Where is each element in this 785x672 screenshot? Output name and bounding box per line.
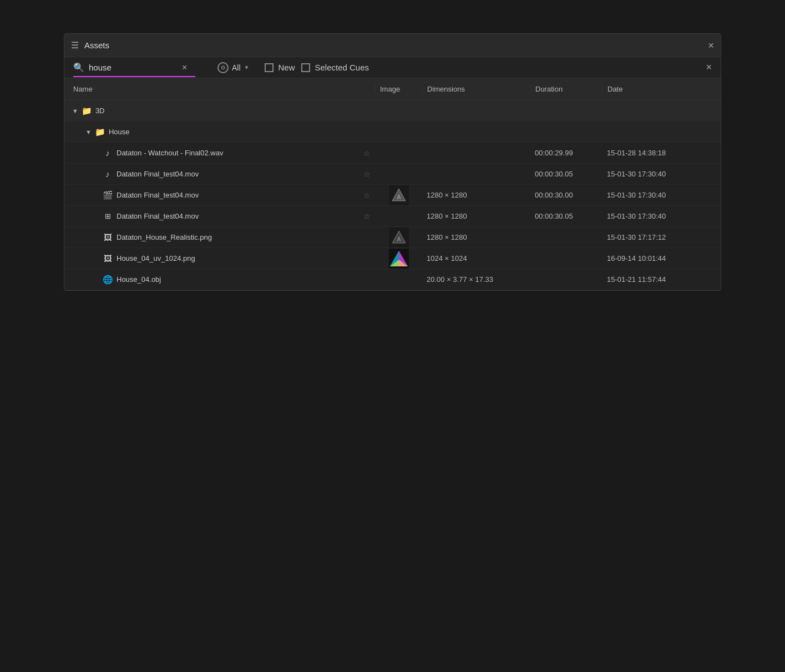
search-underline <box>73 76 195 77</box>
list-item[interactable]: ⊞ Dataton Final_test04.mov ☆ 1280 × 1280… <box>64 206 721 227</box>
new-button[interactable]: New <box>265 63 295 72</box>
star-icon[interactable]: ☆ <box>363 149 371 158</box>
file-date: 15-01-30 17:17:12 <box>602 233 721 241</box>
star-icon[interactable]: ☆ <box>363 170 371 179</box>
folder-house-icon: 📁 <box>95 127 105 137</box>
search-input[interactable] <box>89 63 178 72</box>
window-title: Assets <box>84 41 109 50</box>
file-image: A <box>375 185 422 205</box>
list-item[interactable]: 🖼 House_04_uv_1024.png 1024 × 1024 16-09… <box>64 248 721 269</box>
file-date: 16-09-14 10:01:44 <box>602 254 721 262</box>
audio-icon: ♪ <box>102 148 113 158</box>
file-row-left: 🖼 Dataton_House_Realistic.png <box>64 233 375 242</box>
file-row-left: ♪ Dataton Final_test04.mov ☆ <box>64 169 375 179</box>
filter-chevron-icon: ▼ <box>244 64 250 70</box>
folder-house-left: ▼ 📁 House <box>64 127 375 137</box>
second-close-button[interactable]: × <box>706 62 712 73</box>
filter-circle-icon: ⊙ <box>217 62 229 73</box>
title-bar-left: ☰ Assets <box>71 40 109 50</box>
selected-cues-checkbox-icon <box>301 63 310 72</box>
folder-house-name: House <box>109 128 371 136</box>
search-icon: 🔍 <box>73 62 84 73</box>
selected-cues-label: Selected Cues <box>315 63 369 72</box>
col-duration-header: Duration <box>530 85 602 93</box>
file-name: Dataton Final_test04.mov <box>117 170 358 178</box>
assets-window: ☰ Assets × 🔍 × ⊙ All ▼ New Selected Cues… <box>64 33 721 291</box>
file-dimensions: 1280 × 1280 <box>422 212 530 220</box>
folder-3d-chevron-icon: ▼ <box>72 108 78 114</box>
col-date-header: Date <box>602 85 721 93</box>
file-tree: ▼ 📁 3D ▼ 📁 House <box>64 100 721 290</box>
list-item[interactable]: ♪ Dataton Final_test04.mov ☆ 00:00:30.05… <box>64 164 721 185</box>
search-bar: 🔍 × ⊙ All ▼ New Selected Cues × <box>64 57 721 78</box>
filter-button[interactable]: ⊙ All ▼ <box>217 62 249 73</box>
title-bar: ☰ Assets × <box>64 34 721 57</box>
filter-label: All <box>232 63 241 72</box>
file-name: Dataton_House_Realistic.png <box>117 233 371 241</box>
search-box: 🔍 × <box>73 62 206 73</box>
globe-icon: 🌐 <box>102 275 113 285</box>
file-row-left: ⊞ Dataton Final_test04.mov ☆ <box>64 212 375 221</box>
file-dimensions: 1024 × 1024 <box>422 254 530 262</box>
col-image-header: Image <box>375 85 422 93</box>
close-button[interactable]: × <box>708 41 714 50</box>
svg-text:A: A <box>397 236 401 242</box>
colorful-triangle-thumbnail <box>389 249 409 269</box>
list-item[interactable]: ♪ Dataton - Watchout - Final02.wav ☆ 00:… <box>64 143 721 164</box>
file-row-left: 🌐 House_04.obj <box>64 275 375 285</box>
file-name: Dataton - Watchout - Final02.wav <box>117 149 358 157</box>
file-duration: 00:00:30.00 <box>530 191 602 199</box>
video-icon: 🎬 <box>102 190 113 200</box>
image-icon: 🖼 <box>102 233 113 242</box>
file-name: Dataton Final_test04.mov <box>117 191 358 199</box>
file-row-left: 🎬 Dataton Final_test04.mov ☆ <box>64 190 375 200</box>
menu-icon[interactable]: ☰ <box>71 40 79 50</box>
star-icon[interactable]: ☆ <box>363 212 371 221</box>
file-dimensions: 1280 × 1280 <box>422 191 530 199</box>
audio-icon: ♪ <box>102 169 113 179</box>
folder-3d-name: 3D <box>95 107 371 115</box>
list-item[interactable]: 🌐 House_04.obj 20.00 × 3.77 × 17.33 15-0… <box>64 269 721 290</box>
list-item[interactable]: 🖼 Dataton_House_Realistic.png A 1280 × 1… <box>64 227 721 248</box>
col-name-header: Name <box>64 85 375 93</box>
file-name: House_04_uv_1024.png <box>117 254 371 262</box>
folder-3d-row[interactable]: ▼ 📁 3D <box>64 100 721 122</box>
file-image: A <box>375 228 422 247</box>
folder-3d-icon: 📁 <box>82 106 92 116</box>
new-checkbox-icon <box>265 63 274 72</box>
file-dimensions: 1280 × 1280 <box>422 233 530 241</box>
file-date: 15-01-30 17:30:40 <box>602 191 721 199</box>
file-name: House_04.obj <box>117 275 371 284</box>
list-item[interactable]: 🎬 Dataton Final_test04.mov ☆ A 1280 × 12… <box>64 185 721 206</box>
file-name: Dataton Final_test04.mov <box>117 212 358 220</box>
file-row-left: ♪ Dataton - Watchout - Final02.wav ☆ <box>64 148 375 158</box>
file-date: 15-01-21 11:57:44 <box>602 275 721 284</box>
clear-search-button[interactable]: × <box>182 63 187 73</box>
file-date: 15-01-28 14:38:18 <box>602 149 721 157</box>
selected-cues-button[interactable]: Selected Cues <box>301 63 369 72</box>
dark-triangle-thumbnail-2: A <box>389 228 409 247</box>
image-icon: 🖼 <box>102 254 113 263</box>
file-date: 15-01-30 17:30:40 <box>602 212 721 220</box>
col-dimensions-header: Dimensions <box>422 85 530 93</box>
new-label: New <box>278 63 295 72</box>
folder-3d-left: ▼ 📁 3D <box>64 106 375 116</box>
file-dimensions: 20.00 × 3.77 × 17.33 <box>422 275 530 284</box>
subtitle-icon: ⊞ <box>102 212 113 220</box>
star-icon[interactable]: ☆ <box>363 191 371 200</box>
file-duration: 00:00:30.05 <box>530 170 602 178</box>
svg-text:A: A <box>397 194 401 200</box>
file-image <box>375 249 422 269</box>
dark-triangle-thumbnail: A <box>389 185 409 205</box>
folder-house-chevron-icon: ▼ <box>85 129 92 135</box>
file-duration: 00:00:30.05 <box>530 212 602 220</box>
file-row-left: 🖼 House_04_uv_1024.png <box>64 254 375 263</box>
file-date: 15-01-30 17:30:40 <box>602 170 721 178</box>
folder-house-row[interactable]: ▼ 📁 House <box>64 122 721 143</box>
column-headers: Name Image Dimensions Duration Date <box>64 78 721 100</box>
file-duration: 00:00:29.99 <box>530 149 602 157</box>
